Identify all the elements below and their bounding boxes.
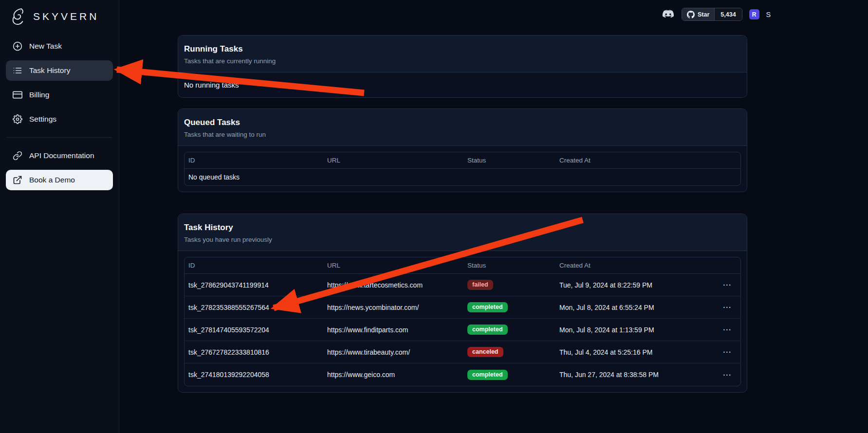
task-history-body: ID URL Status Created At tsk_27862904374… [178, 251, 747, 392]
task-id-cell: tsk_278147405593572204 [185, 326, 323, 334]
gear-icon [13, 114, 22, 124]
sidebar-item-api-documentation[interactable]: API Documentation [6, 145, 113, 166]
sidebar-item-label: Task History [29, 66, 70, 75]
table-header-row: ID URL Status Created At [185, 257, 740, 274]
task-created-at-cell: Mon, Jul 8, 2024 at 1:13:59 PM [555, 326, 713, 334]
task-created-at-cell: Tue, Jul 9, 2024 at 8:22:59 PM [555, 281, 713, 289]
sidebar-item-label: New Task [29, 42, 62, 51]
task-url-cell: https://www.tartecosmetics.com [323, 281, 463, 289]
github-star-label: Star [698, 11, 709, 18]
task-created-at-cell: Mon, Jul 8, 2024 at 6:55:24 PM [555, 304, 713, 311]
topbar-right: Star 5,434 R S [661, 8, 771, 21]
column-header-created-at: Created At [555, 157, 713, 164]
sidebar-divider [7, 137, 112, 138]
task-url-cell: https://www.finditparts.com [323, 326, 463, 334]
row-actions-menu-icon[interactable]: ⋯ [713, 325, 740, 335]
column-header-created-at: Created At [555, 262, 713, 269]
skyvern-logo-icon [9, 6, 28, 27]
running-tasks-body: No running tasks [178, 72, 747, 97]
sidebar-item-label: Settings [29, 115, 56, 124]
card-subtitle: Tasks you have run previously [184, 236, 741, 243]
task-url-cell: https://www.tirabeauty.com/ [323, 348, 463, 356]
row-actions-menu-icon[interactable]: ⋯ [713, 280, 740, 290]
task-status-cell: completed [463, 302, 555, 312]
card-title: Running Tasks [184, 44, 741, 54]
sidebar-item-label: Book a Demo [29, 176, 75, 184]
column-header-status: Status [463, 262, 555, 269]
task-status-cell: completed [463, 370, 555, 380]
skyvern-logo[interactable]: SKYVERN [0, 0, 119, 32]
task-status-cell: completed [463, 325, 555, 335]
github-icon [687, 11, 695, 18]
queued-tasks-card: Queued Tasks Tasks that are waiting to r… [178, 108, 747, 192]
table-header-row: ID URL Status Created At [185, 152, 740, 169]
status-badge: canceled [467, 347, 503, 357]
github-star-button[interactable]: Star 5,434 [682, 8, 742, 21]
app-root: { "brand": { "name": "SKYVERN" }, "sideb… [0, 0, 868, 433]
row-actions-menu-icon[interactable]: ⋯ [713, 302, 740, 312]
task-history-table: ID URL Status Created At tsk_27862904374… [184, 257, 741, 386]
queued-tasks-header: Queued Tasks Tasks that are waiting to r… [178, 109, 747, 146]
table-row[interactable]: tsk_278235388555267564https://news.ycomb… [185, 296, 740, 319]
discord-icon [662, 10, 675, 19]
column-header-url: URL [323, 157, 463, 164]
card-title: Queued Tasks [184, 118, 741, 127]
book-a-demo-button[interactable]: Book a Demo [6, 170, 113, 190]
task-created-at-cell: Thu, Jul 4, 2024 at 5:25:16 PM [555, 348, 713, 356]
card-subtitle: Tasks that are currently running [184, 57, 741, 65]
task-history-card: Task History Tasks you have run previous… [178, 214, 747, 393]
task-url-cell: https://www.geico.com [323, 371, 463, 379]
github-star-count[interactable]: 5,434 [714, 8, 741, 20]
running-tasks-header: Running Tasks Tasks that are currently r… [178, 36, 747, 72]
table-row[interactable]: tsk_276727822333810816https://www.tirabe… [185, 341, 740, 363]
status-badge: completed [467, 325, 508, 335]
history-table-body: tsk_278629043741199914https://www.tartec… [185, 274, 740, 386]
github-star-segment[interactable]: Star [682, 8, 714, 20]
status-badge: completed [467, 370, 508, 380]
card-title: Task History [184, 223, 741, 233]
task-status-cell: failed [463, 280, 555, 290]
sidebar-item-settings[interactable]: Settings [6, 109, 113, 129]
table-row[interactable]: tsk_278147405593572204https://www.findit… [185, 319, 740, 341]
link-icon [13, 151, 22, 161]
table-row[interactable]: tsk_274180139292204058https://www.geico.… [185, 363, 740, 386]
row-actions-menu-icon[interactable]: ⋯ [713, 347, 740, 357]
sidebar-item-label: API Documentation [29, 151, 94, 160]
task-id-cell: tsk_274180139292204058 [185, 371, 323, 379]
credit-card-icon [13, 90, 22, 100]
task-history-header: Task History Tasks you have run previous… [178, 214, 747, 251]
plus-circle-icon [13, 41, 22, 51]
sidebar-nav: New Task Task History Billing Settings [0, 32, 119, 190]
task-id-cell: tsk_278235388555267564 [185, 304, 323, 311]
row-actions-menu-icon[interactable]: ⋯ [713, 370, 740, 380]
status-badge: completed [467, 302, 508, 312]
task-id-cell: tsk_276727822333810816 [185, 348, 323, 356]
sidebar-item-task-history[interactable]: Task History [6, 60, 113, 81]
status-badge: failed [467, 280, 493, 290]
sidebar: SKYVERN New Task Task History Billing [0, 0, 119, 433]
list-icon [13, 66, 22, 75]
discord-link[interactable] [661, 9, 675, 20]
running-tasks-card: Running Tasks Tasks that are currently r… [178, 35, 747, 98]
task-created-at-cell: Thu, Jun 27, 2024 at 8:38:58 PM [555, 371, 713, 379]
task-status-cell: canceled [463, 347, 555, 357]
card-subtitle: Tasks that are waiting to run [184, 131, 741, 138]
queued-tasks-body: ID URL Status Created At No queued tasks [178, 146, 747, 192]
column-header-url: URL [323, 262, 463, 269]
queued-tasks-table: ID URL Status Created At No queued tasks [184, 152, 741, 186]
external-link-icon [13, 175, 22, 185]
queued-tasks-empty: No queued tasks [185, 169, 740, 185]
sidebar-item-billing[interactable]: Billing [6, 85, 113, 105]
task-id-cell: tsk_278629043741199914 [185, 281, 323, 289]
sidebar-item-new-task[interactable]: New Task [6, 36, 113, 56]
column-header-id: ID [185, 157, 323, 164]
main-content: Running Tasks Tasks that are currently r… [178, 35, 747, 393]
column-header-status: Status [463, 157, 555, 164]
running-tasks-empty: No running tasks [184, 80, 741, 90]
table-row[interactable]: tsk_278629043741199914https://www.tartec… [185, 274, 740, 296]
task-url-cell: https://news.ycombinator.com/ [323, 304, 463, 311]
column-header-id: ID [185, 262, 323, 269]
sidebar-item-label: Billing [29, 90, 49, 99]
user-avatar[interactable]: R [749, 9, 759, 19]
brand-name: SKYVERN [33, 11, 99, 22]
